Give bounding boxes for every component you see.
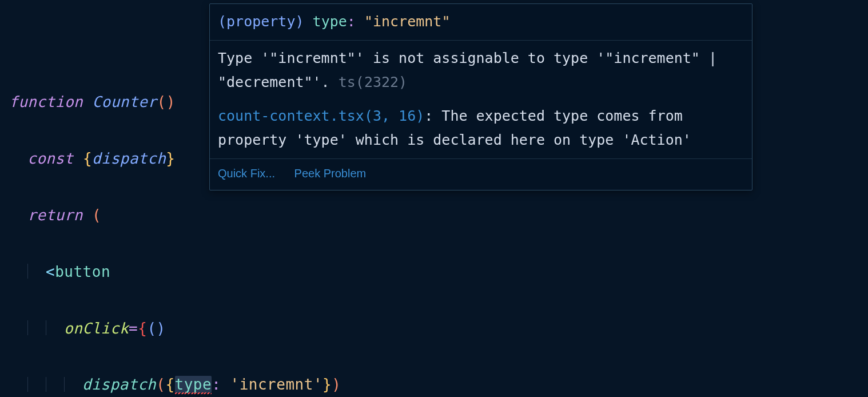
related-info-row: count-context.tsx(3, 16): The expected t… [218, 104, 744, 153]
hover-tooltip[interactable]: (property) type: "incremnt" Type '"incre… [209, 3, 752, 190]
tag-button: button [55, 263, 110, 280]
call-paren-open: ( [156, 376, 165, 393]
hover-error-body: Type '"incremnt"' is not assignable to t… [210, 41, 752, 159]
paren-close: ) [166, 93, 176, 110]
error-message-row: Type '"incremnt"' is not assignable to t… [218, 46, 744, 95]
error-code: ts(2322) [330, 74, 407, 90]
string-quote-close: ' [313, 376, 322, 393]
paren-open: ( [92, 207, 101, 224]
jsx-brace-open: { [138, 320, 147, 337]
attr-onclick: onClick [64, 320, 129, 337]
signature-quote-open: " [364, 13, 373, 30]
string-quote-open: ' [230, 376, 239, 393]
peek-problem-link[interactable]: Peek Problem [294, 167, 367, 180]
arrow-paren-open: ( [147, 320, 156, 337]
quick-fix-link[interactable]: Quick Fix... [218, 167, 275, 180]
signature-prop: type [313, 13, 347, 30]
string-value: incremnt [240, 376, 313, 393]
call-dispatch: dispatch [82, 376, 156, 393]
error-message: Type '"incremnt"' is not assignable to t… [218, 50, 717, 91]
paren-open: ( [157, 93, 166, 110]
related-file-link[interactable]: count-context.tsx [218, 108, 364, 124]
colon: : [212, 376, 221, 393]
code-line-6: dispatch({type: 'incremnt'}) [9, 371, 341, 397]
equals: = [129, 320, 138, 337]
related-colon: : [424, 108, 441, 124]
signature-op: : [347, 13, 364, 30]
signature-value: incremnt [373, 13, 441, 30]
variable-dispatch: dispatch [92, 150, 166, 167]
function-name: Counter [92, 93, 157, 110]
keyword-return: return [27, 207, 83, 224]
code-line-4: <button [9, 258, 341, 286]
property-type-error[interactable]: type [175, 376, 212, 393]
signature-quote-close: " [441, 13, 450, 30]
brace-close: } [166, 150, 175, 167]
tag-lt: < [46, 263, 55, 280]
keyword-const: const [27, 150, 74, 167]
related-position: (3, 16) [364, 108, 424, 124]
arrow-paren-close: ) [157, 320, 166, 337]
keyword-function: function [9, 93, 83, 110]
hover-actions: Quick Fix... Peek Problem [210, 159, 752, 190]
call-paren-close: ) [332, 376, 341, 393]
hover-signature: (property) type: "incremnt" [210, 4, 752, 41]
object-brace-close: } [322, 376, 332, 393]
code-line-3: return ( [9, 201, 341, 229]
object-brace-open: { [165, 376, 174, 393]
code-line-5: onClick={() [9, 315, 341, 343]
brace-open: { [83, 150, 92, 167]
signature-label: (property) [218, 13, 313, 30]
